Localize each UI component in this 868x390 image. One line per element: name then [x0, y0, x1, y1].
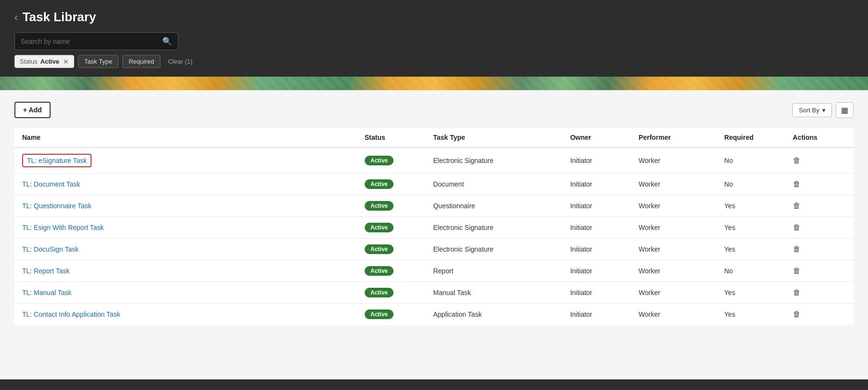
sort-by-label: Sort By [799, 107, 819, 114]
delete-icon[interactable]: 🗑 [793, 288, 801, 296]
col-actions: Actions [785, 128, 854, 148]
task-owner-cell: Initiator [563, 304, 631, 325]
status-filter-tag: Status Active ✕ [14, 55, 74, 68]
status-badge: Active [365, 244, 394, 254]
task-type-cell: Application Task [425, 304, 562, 325]
table-row: TL: Manual TaskActiveManual TaskInitiato… [14, 282, 854, 304]
table-row: TL: Contact Info Application TaskActiveA… [14, 304, 854, 325]
table-row: TL: Report TaskActiveReportInitiatorWork… [14, 260, 854, 282]
task-status-cell: Active [357, 239, 425, 260]
table-row: TL: eSignature TaskActiveElectronic Sign… [14, 148, 854, 174]
task-name-cell: TL: Manual Task [14, 282, 357, 304]
filter-bar: 🔍 [14, 32, 854, 50]
task-name-link[interactable]: TL: eSignature Task [27, 157, 87, 164]
task-performer-cell: Worker [631, 304, 717, 325]
task-actions-cell: 🗑 [785, 217, 854, 239]
task-required-cell: Yes [717, 195, 785, 217]
task-table: Name Status Task Type Owner Performer Re… [14, 128, 854, 325]
task-name-link[interactable]: TL: Contact Info Application Task [22, 310, 120, 318]
required-filter-button[interactable]: Required [122, 55, 160, 68]
delete-icon[interactable]: 🗑 [793, 202, 801, 210]
delete-icon[interactable]: 🗑 [793, 156, 801, 164]
task-actions-cell: 🗑 [785, 304, 854, 325]
task-type-filter-button[interactable]: Task Type [78, 55, 118, 68]
task-name-link[interactable]: TL: Questionnaire Task [22, 202, 92, 210]
status-badge: Active [365, 179, 394, 189]
col-required: Required [717, 128, 785, 148]
sort-chevron-icon: ▾ [822, 107, 826, 114]
task-required-cell: No [717, 174, 785, 195]
clear-filters-button[interactable]: Clear (1) [164, 55, 197, 67]
delete-icon[interactable]: 🗑 [793, 223, 801, 231]
task-owner-cell: Initiator [563, 148, 631, 174]
table-row: TL: Document TaskActiveDocumentInitiator… [14, 174, 854, 195]
back-button[interactable]: ‹ [14, 12, 18, 23]
search-box[interactable]: 🔍 [14, 32, 178, 50]
task-name-link[interactable]: TL: Manual Task [22, 289, 71, 296]
task-performer-cell: Worker [631, 174, 717, 195]
page-header: ‹ Task Library [14, 10, 854, 25]
task-performer-cell: Worker [631, 148, 717, 174]
task-name-link[interactable]: TL: Document Task [22, 180, 80, 188]
task-type-cell: Questionnaire [425, 195, 562, 217]
status-badge: Active [365, 266, 394, 276]
task-owner-cell: Initiator [563, 239, 631, 260]
status-filter-label: Status [20, 58, 38, 65]
task-type-cell: Electronic Signature [425, 148, 562, 174]
view-columns-icon: ▦ [841, 106, 848, 114]
table-row: TL: DocuSign TaskActiveElectronic Signat… [14, 239, 854, 260]
delete-icon[interactable]: 🗑 [793, 245, 801, 253]
status-badge: Active [365, 309, 394, 319]
delete-icon[interactable]: 🗑 [793, 267, 801, 275]
task-required-cell: Yes [717, 239, 785, 260]
task-status-cell: Active [357, 260, 425, 282]
delete-icon[interactable]: 🗑 [793, 310, 801, 318]
task-name-link[interactable]: TL: DocuSign Task [22, 245, 79, 253]
col-name: Name [14, 128, 357, 148]
task-type-cell: Electronic Signature [425, 239, 562, 260]
task-owner-cell: Initiator [563, 217, 631, 239]
task-owner-cell: Initiator [563, 260, 631, 282]
col-status: Status [357, 128, 425, 148]
toolbar: + Add Sort By ▾ ▦ [14, 102, 854, 118]
task-name-cell: TL: Questionnaire Task [14, 195, 357, 217]
task-actions-cell: 🗑 [785, 282, 854, 304]
main-content: + Add Sort By ▾ ▦ Name Status Task Type … [0, 90, 868, 379]
task-name-cell: TL: eSignature Task [14, 148, 357, 174]
task-status-cell: Active [357, 174, 425, 195]
task-name-link[interactable]: TL: Report Task [22, 267, 70, 275]
task-name-link[interactable]: TL: Esign With Report Task [22, 224, 104, 231]
task-performer-cell: Worker [631, 260, 717, 282]
task-performer-cell: Worker [631, 239, 717, 260]
top-bar: ‹ Task Library 🔍 Status Active ✕ Task Ty… [0, 0, 868, 77]
task-name-cell: TL: Report Task [14, 260, 357, 282]
task-name-cell: TL: Document Task [14, 174, 357, 195]
status-badge: Active [365, 201, 394, 211]
task-performer-cell: Worker [631, 195, 717, 217]
sort-by-button[interactable]: Sort By ▾ [792, 103, 832, 117]
col-performer: Performer [631, 128, 717, 148]
status-filter-close[interactable]: ✕ [63, 58, 69, 65]
task-type-cell: Report [425, 260, 562, 282]
table-header-row: Name Status Task Type Owner Performer Re… [14, 128, 854, 148]
task-owner-cell: Initiator [563, 174, 631, 195]
task-status-cell: Active [357, 195, 425, 217]
task-required-cell: Yes [717, 217, 785, 239]
status-badge: Active [365, 223, 394, 232]
add-button[interactable]: + Add [14, 102, 51, 118]
page-title: Task Library [23, 10, 96, 25]
task-type-cell: Document [425, 174, 562, 195]
col-owner: Owner [563, 128, 631, 148]
task-required-cell: No [717, 148, 785, 174]
search-icon: 🔍 [162, 37, 172, 46]
view-toggle-button[interactable]: ▦ [836, 102, 854, 118]
toolbar-right: Sort By ▾ ▦ [792, 102, 854, 118]
task-name-cell: TL: DocuSign Task [14, 239, 357, 260]
task-owner-cell: Initiator [563, 195, 631, 217]
delete-icon[interactable]: 🗑 [793, 180, 801, 188]
task-performer-cell: Worker [631, 282, 717, 304]
task-required-cell: No [717, 260, 785, 282]
search-input[interactable] [21, 38, 158, 45]
col-task-type: Task Type [425, 128, 562, 148]
task-actions-cell: 🗑 [785, 239, 854, 260]
